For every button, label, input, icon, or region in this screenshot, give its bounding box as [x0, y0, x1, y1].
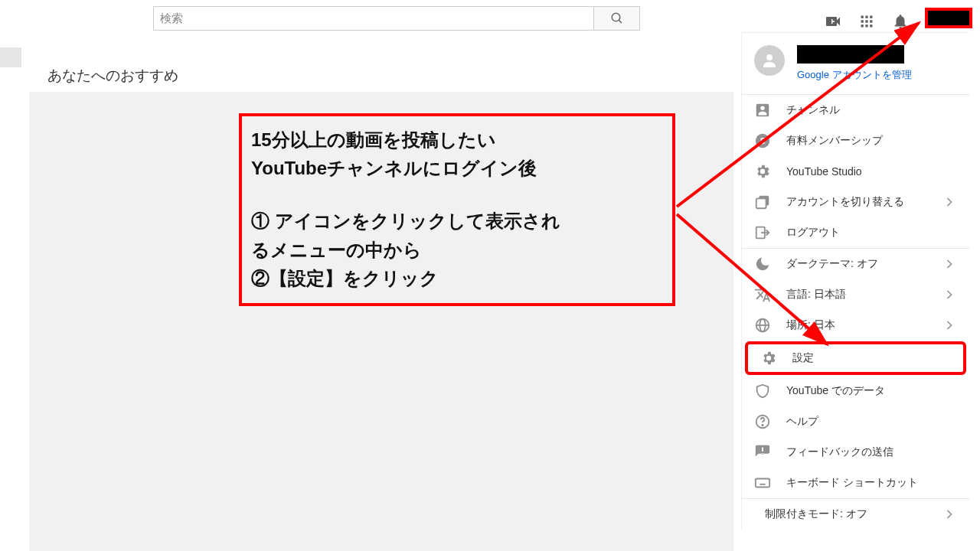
svg-rect-7 — [870, 20, 872, 22]
svg-point-11 — [766, 54, 773, 60]
menu-label: 制限付きモード: オフ — [765, 507, 867, 521]
account-menu: Google アカウントを管理 チャンネル $ 有料メンバーシップ YouTub… — [741, 32, 969, 530]
apps-icon[interactable] — [858, 12, 876, 31]
svg-point-0 — [612, 13, 620, 21]
menu-label: YouTube Studio — [786, 165, 862, 178]
svg-line-1 — [619, 20, 622, 23]
callout-text: ②【設定】をクリック — [251, 264, 663, 292]
callout-text: YouTubeチャンネルにログイン後 — [251, 154, 663, 182]
menu-item-channel[interactable]: チャンネル — [742, 95, 969, 126]
menu-item-settings[interactable]: 設定 — [748, 344, 963, 372]
menu-item-switch-account[interactable]: アカウントを切り替える — [742, 187, 969, 217]
avatar-icon — [754, 45, 785, 76]
search-icon — [610, 11, 624, 25]
manage-account-link[interactable]: Google アカウントを管理 — [797, 68, 912, 82]
translate-icon — [754, 286, 771, 303]
chevron-right-icon — [942, 318, 957, 333]
menu-label: ダークテーマ: オフ — [786, 257, 878, 271]
svg-rect-17 — [756, 198, 766, 208]
account-header: Google アカウントを管理 — [742, 33, 969, 95]
svg-rect-25 — [756, 479, 769, 487]
annotation-callout: 15分以上の動画を投稿したい YouTubeチャンネルにログイン後 ① アイコン… — [239, 113, 675, 306]
shield-icon — [754, 383, 771, 399]
top-header: 検索 — [0, 0, 980, 34]
menu-label: フィードバックの送信 — [786, 445, 893, 459]
moon-icon — [754, 256, 771, 272]
sidebar-stub — [0, 47, 21, 67]
chevron-right-icon — [942, 256, 957, 272]
account-name-redacted — [797, 45, 904, 64]
menu-label: 言語: 日本語 — [786, 288, 846, 302]
menu-item-studio[interactable]: YouTube Studio — [742, 156, 969, 187]
svg-rect-4 — [870, 15, 872, 18]
search-button[interactable] — [594, 6, 640, 31]
search-input[interactable]: 検索 — [153, 6, 594, 31]
chevron-right-icon — [942, 194, 957, 210]
menu-label: ログアウト — [786, 226, 840, 240]
account-avatar-button[interactable] — [925, 8, 972, 28]
menu-item-restricted-mode[interactable]: 制限付きモード: オフ — [742, 499, 969, 530]
signout-icon — [754, 224, 771, 241]
svg-rect-8 — [861, 24, 864, 27]
search-placeholder: 検索 — [160, 11, 183, 26]
switch-account-icon — [754, 194, 771, 210]
globe-icon — [754, 317, 771, 334]
svg-rect-9 — [865, 24, 867, 27]
menu-label: ヘルプ — [786, 415, 818, 429]
feedback-icon — [754, 444, 771, 461]
callout-text: ① アイコンをクリックして表示され — [251, 207, 663, 235]
menu-item-location[interactable]: 場所: 日本 — [742, 310, 969, 341]
menu-label: 設定 — [792, 351, 814, 365]
search-wrap: 検索 — [153, 6, 640, 31]
menu-item-shortcuts[interactable]: キーボード ショートカット — [742, 468, 969, 498]
svg-rect-5 — [861, 20, 864, 22]
menu-label: アカウントを切り替える — [786, 195, 904, 209]
notifications-icon[interactable] — [891, 12, 910, 31]
callout-text: 15分以上の動画を投稿したい — [251, 126, 663, 154]
menu-item-your-data[interactable]: YouTube でのデータ — [742, 376, 969, 406]
keyboard-icon — [754, 474, 771, 491]
header-actions — [824, 6, 980, 31]
person-box-icon — [754, 102, 771, 119]
menu-item-feedback[interactable]: フィードバックの送信 — [742, 437, 969, 468]
menu-item-language[interactable]: 言語: 日本語 — [742, 279, 969, 310]
help-icon — [754, 413, 771, 430]
menu-item-signout[interactable]: ログアウト — [742, 217, 969, 248]
menu-item-settings-highlight: 設定 — [745, 341, 966, 375]
svg-text:$: $ — [760, 136, 765, 145]
chevron-right-icon — [942, 287, 957, 302]
callout-spacer — [251, 182, 663, 207]
menu-label: 場所: 日本 — [786, 318, 835, 332]
svg-rect-10 — [870, 24, 872, 27]
gear-icon — [760, 350, 777, 367]
menu-item-help[interactable]: ヘルプ — [742, 406, 969, 437]
callout-text: るメニューの中から — [251, 236, 663, 264]
chevron-right-icon — [942, 507, 957, 522]
svg-rect-2 — [861, 15, 864, 18]
dollar-circle-icon: $ — [754, 132, 771, 149]
svg-rect-3 — [865, 15, 867, 18]
menu-label: チャンネル — [786, 103, 840, 117]
account-info: Google アカウントを管理 — [797, 45, 912, 82]
svg-rect-6 — [865, 20, 867, 22]
menu-label: YouTube でのデータ — [786, 384, 885, 398]
menu-label: キーボード ショートカット — [786, 476, 918, 490]
menu-item-paid[interactable]: $ 有料メンバーシップ — [742, 126, 969, 156]
svg-point-24 — [762, 425, 763, 425]
menu-label: 有料メンバーシップ — [786, 134, 883, 148]
gear-icon — [754, 163, 771, 180]
create-video-icon[interactable] — [824, 12, 842, 31]
menu-item-dark-theme[interactable]: ダークテーマ: オフ — [742, 249, 969, 279]
page-title: あなたへのおすすめ — [47, 66, 178, 86]
svg-point-13 — [760, 106, 765, 111]
